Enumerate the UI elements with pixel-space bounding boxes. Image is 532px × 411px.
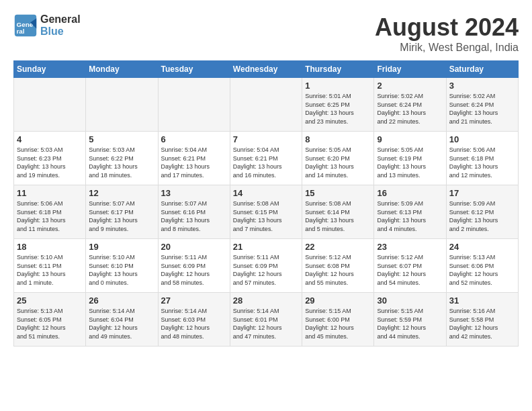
- day-info: Sunrise: 5:16 AM Sunset: 5:58 PM Dayligh…: [449, 307, 515, 340]
- calendar-cell: 23Sunrise: 5:12 AM Sunset: 6:07 PM Dayli…: [374, 239, 446, 293]
- day-number: 6: [161, 134, 227, 144]
- day-info: Sunrise: 5:08 AM Sunset: 6:14 PM Dayligh…: [305, 199, 371, 233]
- day-info: Sunrise: 5:07 AM Sunset: 6:17 PM Dayligh…: [89, 199, 154, 233]
- day-info: Sunrise: 5:05 AM Sunset: 6:20 PM Dayligh…: [305, 146, 371, 179]
- calendar-title: August 2024: [375, 13, 519, 42]
- day-number: 26: [89, 295, 154, 306]
- calendar-cell: [230, 78, 302, 132]
- day-number: 17: [449, 188, 515, 198]
- svg-text:ral: ral: [17, 28, 25, 35]
- calendar-cell: 27Sunrise: 5:14 AM Sunset: 6:03 PM Dayli…: [158, 293, 230, 347]
- weekday-header-monday: Monday: [86, 61, 158, 78]
- weekday-header-wednesday: Wednesday: [230, 61, 302, 78]
- day-number: 8: [305, 134, 371, 144]
- calendar-cell: 17Sunrise: 5:09 AM Sunset: 6:12 PM Dayli…: [446, 185, 518, 239]
- day-info: Sunrise: 5:10 AM Sunset: 6:11 PM Dayligh…: [17, 253, 83, 287]
- day-info: Sunrise: 5:09 AM Sunset: 6:12 PM Dayligh…: [449, 199, 515, 233]
- calendar-cell: 22Sunrise: 5:12 AM Sunset: 6:08 PM Dayli…: [302, 239, 374, 293]
- day-number: 22: [305, 242, 371, 252]
- day-info: Sunrise: 5:06 AM Sunset: 6:18 PM Dayligh…: [17, 199, 83, 233]
- day-number: 1: [305, 81, 371, 91]
- calendar-cell: 19Sunrise: 5:10 AM Sunset: 6:10 PM Dayli…: [86, 239, 158, 293]
- day-number: 30: [377, 295, 443, 306]
- day-number: 10: [449, 134, 515, 144]
- day-info: Sunrise: 5:14 AM Sunset: 6:03 PM Dayligh…: [161, 307, 227, 340]
- weekday-header-thursday: Thursday: [302, 61, 374, 78]
- calendar-cell: 28Sunrise: 5:14 AM Sunset: 6:01 PM Dayli…: [230, 293, 302, 347]
- day-number: 4: [17, 134, 83, 144]
- calendar-cell: 3Sunrise: 5:02 AM Sunset: 6:24 PM Daylig…: [446, 78, 518, 132]
- day-info: Sunrise: 5:07 AM Sunset: 6:16 PM Dayligh…: [161, 199, 227, 233]
- calendar-cell: 16Sunrise: 5:09 AM Sunset: 6:13 PM Dayli…: [374, 185, 446, 239]
- day-number: 21: [233, 242, 299, 252]
- day-info: Sunrise: 5:02 AM Sunset: 6:24 PM Dayligh…: [449, 92, 515, 126]
- day-number: 11: [17, 188, 83, 198]
- day-info: Sunrise: 5:12 AM Sunset: 6:08 PM Dayligh…: [305, 253, 371, 287]
- logo-icon: Gene ral: [13, 13, 38, 38]
- weekday-header-sunday: Sunday: [14, 61, 86, 78]
- calendar-cell: 11Sunrise: 5:06 AM Sunset: 6:18 PM Dayli…: [14, 185, 86, 239]
- day-number: 2: [377, 81, 443, 91]
- calendar-cell: 29Sunrise: 5:15 AM Sunset: 6:00 PM Dayli…: [302, 293, 374, 347]
- weekday-header-saturday: Saturday: [446, 61, 518, 78]
- day-info: Sunrise: 5:11 AM Sunset: 6:09 PM Dayligh…: [161, 253, 227, 287]
- calendar-cell: 7Sunrise: 5:04 AM Sunset: 6:21 PM Daylig…: [230, 132, 302, 185]
- day-number: 23: [377, 242, 443, 252]
- weekday-header-friday: Friday: [374, 61, 446, 78]
- calendar-cell: 21Sunrise: 5:11 AM Sunset: 6:09 PM Dayli…: [230, 239, 302, 293]
- day-number: 14: [233, 188, 299, 198]
- day-info: Sunrise: 5:15 AM Sunset: 5:59 PM Dayligh…: [377, 307, 443, 340]
- calendar-cell: 31Sunrise: 5:16 AM Sunset: 5:58 PM Dayli…: [446, 293, 518, 347]
- calendar-cell: 9Sunrise: 5:05 AM Sunset: 6:19 PM Daylig…: [374, 132, 446, 185]
- day-number: 19: [89, 242, 154, 252]
- calendar-cell: 2Sunrise: 5:02 AM Sunset: 6:24 PM Daylig…: [374, 78, 446, 132]
- header: Gene ral General Blue August 2024 Mirik,…: [13, 13, 519, 54]
- day-info: Sunrise: 5:08 AM Sunset: 6:15 PM Dayligh…: [233, 199, 299, 233]
- calendar-cell: 14Sunrise: 5:08 AM Sunset: 6:15 PM Dayli…: [230, 185, 302, 239]
- calendar-cell: 20Sunrise: 5:11 AM Sunset: 6:09 PM Dayli…: [158, 239, 230, 293]
- logo-line1: General: [40, 13, 81, 26]
- calendar-cell: 24Sunrise: 5:13 AM Sunset: 6:06 PM Dayli…: [446, 239, 518, 293]
- day-number: 24: [449, 242, 515, 252]
- calendar-week-3: 11Sunrise: 5:06 AM Sunset: 6:18 PM Dayli…: [14, 185, 519, 239]
- calendar-cell: 5Sunrise: 5:03 AM Sunset: 6:22 PM Daylig…: [86, 132, 158, 185]
- calendar-header: SundayMondayTuesdayWednesdayThursdayFrid…: [14, 61, 519, 78]
- day-info: Sunrise: 5:10 AM Sunset: 6:10 PM Dayligh…: [89, 253, 154, 287]
- calendar-cell: 6Sunrise: 5:04 AM Sunset: 6:21 PM Daylig…: [158, 132, 230, 185]
- day-info: Sunrise: 5:03 AM Sunset: 6:22 PM Dayligh…: [89, 146, 154, 179]
- day-info: Sunrise: 5:04 AM Sunset: 6:21 PM Dayligh…: [161, 146, 227, 179]
- day-number: 27: [161, 295, 227, 306]
- day-number: 13: [161, 188, 227, 198]
- calendar-cell: 18Sunrise: 5:10 AM Sunset: 6:11 PM Dayli…: [14, 239, 86, 293]
- calendar-body: 1Sunrise: 5:01 AM Sunset: 6:25 PM Daylig…: [14, 78, 519, 347]
- day-number: 16: [377, 188, 443, 198]
- day-info: Sunrise: 5:13 AM Sunset: 6:06 PM Dayligh…: [449, 253, 515, 287]
- day-number: 31: [449, 295, 515, 306]
- calendar-cell: 8Sunrise: 5:05 AM Sunset: 6:20 PM Daylig…: [302, 132, 374, 185]
- calendar-cell: 25Sunrise: 5:13 AM Sunset: 6:05 PM Dayli…: [14, 293, 86, 347]
- weekday-header-row: SundayMondayTuesdayWednesdayThursdayFrid…: [14, 61, 519, 78]
- calendar-week-4: 18Sunrise: 5:10 AM Sunset: 6:11 PM Dayli…: [14, 239, 519, 293]
- day-info: Sunrise: 5:06 AM Sunset: 6:18 PM Dayligh…: [449, 146, 515, 179]
- calendar-week-2: 4Sunrise: 5:03 AM Sunset: 6:23 PM Daylig…: [14, 132, 519, 185]
- day-number: 25: [17, 295, 83, 306]
- day-info: Sunrise: 5:03 AM Sunset: 6:23 PM Dayligh…: [17, 146, 83, 179]
- calendar-table: SundayMondayTuesdayWednesdayThursdayFrid…: [13, 60, 519, 347]
- calendar-cell: 12Sunrise: 5:07 AM Sunset: 6:17 PM Dayli…: [86, 185, 158, 239]
- day-info: Sunrise: 5:02 AM Sunset: 6:24 PM Dayligh…: [377, 92, 443, 126]
- calendar-cell: [14, 78, 86, 132]
- day-info: Sunrise: 5:14 AM Sunset: 6:01 PM Dayligh…: [233, 307, 299, 340]
- weekday-header-tuesday: Tuesday: [158, 61, 230, 78]
- day-number: 28: [233, 295, 299, 306]
- day-number: 12: [89, 188, 154, 198]
- calendar-week-5: 25Sunrise: 5:13 AM Sunset: 6:05 PM Dayli…: [14, 293, 519, 347]
- calendar-subtitle: Mirik, West Bengal, India: [375, 42, 519, 54]
- day-number: 5: [89, 134, 154, 144]
- day-info: Sunrise: 5:04 AM Sunset: 6:21 PM Dayligh…: [233, 146, 299, 179]
- day-info: Sunrise: 5:11 AM Sunset: 6:09 PM Dayligh…: [233, 253, 299, 287]
- day-info: Sunrise: 5:15 AM Sunset: 6:00 PM Dayligh…: [305, 307, 371, 340]
- day-number: 3: [449, 81, 515, 91]
- day-number: 15: [305, 188, 371, 198]
- title-area: August 2024 Mirik, West Bengal, India: [375, 13, 519, 54]
- calendar-week-1: 1Sunrise: 5:01 AM Sunset: 6:25 PM Daylig…: [14, 78, 519, 132]
